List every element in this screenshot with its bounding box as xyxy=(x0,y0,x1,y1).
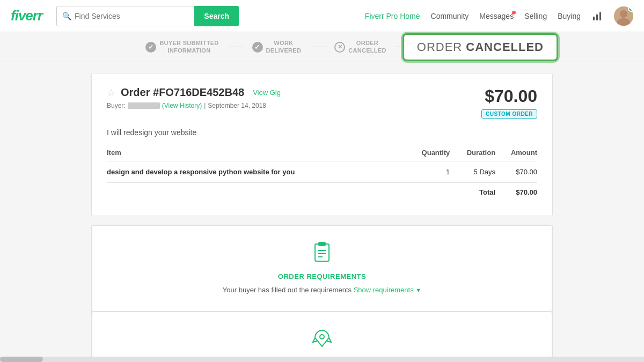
step-icon-work-delivered: ✓ xyxy=(252,42,263,53)
logo[interactable]: fiverr xyxy=(11,8,42,24)
svg-point-3 xyxy=(620,10,627,18)
col-amount: Amount xyxy=(495,144,537,161)
date-separator: | xyxy=(204,102,206,109)
svg-point-4 xyxy=(617,18,630,26)
sections-wrapper: ORDER REQUIREMENTS Your buyer has filled… xyxy=(91,225,553,362)
order-cancelled-badge-wrap: ORDER CANCELLED xyxy=(402,33,558,61)
requirements-title: ORDER REQUIREMENTS xyxy=(107,272,537,280)
svg-point-10 xyxy=(320,335,324,339)
order-cancelled-text: ORDER CANCELLED xyxy=(417,40,544,54)
step-label-buyer-submitted: BUYER SUBMITTED INFORMATION xyxy=(159,40,218,54)
svg-rect-1 xyxy=(596,14,598,20)
order-meta: Buyer: (View History) | September 14, 20… xyxy=(107,102,281,109)
custom-order-badge: CUSTOM ORDER xyxy=(481,109,537,119)
buyer-label: Buyer: xyxy=(107,102,126,109)
item-duration: 5 Days xyxy=(450,161,495,183)
col-quantity: Quantity xyxy=(405,144,450,161)
order-right: $70.00 CUSTOM ORDER xyxy=(481,86,537,119)
requirements-body: Your buyer has filled out the requiremen… xyxy=(107,285,537,296)
col-duration: Duration xyxy=(450,144,495,161)
total-empty-2 xyxy=(405,183,450,203)
step-icon-order-cancelled: ✕ xyxy=(334,42,345,53)
order-left: ☆ Order #FO716DE452B48 View Gig Buyer: (… xyxy=(107,86,281,109)
step-label-order-cancelled: ORDER CANCELLED xyxy=(348,40,386,54)
order-table: Item Quantity Duration Amount design and… xyxy=(107,144,537,203)
nav-selling[interactable]: Selling xyxy=(524,12,547,20)
nav-messages[interactable]: Messages xyxy=(479,12,514,20)
order-number: Order #FO716DE452B48 xyxy=(121,86,244,99)
scrollbar-thumb[interactable] xyxy=(0,357,43,362)
step-order-cancelled: ✕ ORDER CANCELLED xyxy=(326,40,395,54)
search-button[interactable]: Search xyxy=(194,6,239,26)
item-quantity: 1 xyxy=(405,161,450,183)
search-input-wrap: 🔍 xyxy=(56,6,194,26)
search-bar: 🔍 Search xyxy=(56,6,239,26)
progress-bar: ✓ BUYER SUBMITTED INFORMATION ✓ WORK DEL… xyxy=(0,32,644,62)
messages-notification-dot xyxy=(512,11,516,14)
order-header: ☆ Order #FO716DE452B48 View Gig Buyer: (… xyxy=(107,86,537,119)
order-price: $70.00 xyxy=(481,86,537,106)
buyer-name-blurred xyxy=(128,102,160,109)
nav-buying[interactable]: Buying xyxy=(558,12,581,20)
favorite-star-icon[interactable]: ☆ xyxy=(107,87,115,99)
svg-rect-0 xyxy=(593,17,595,20)
header: fiverr 🔍 Search Fiverr Pro Home Communit… xyxy=(0,0,644,32)
total-row: Total $70.00 xyxy=(107,183,537,203)
section-order-requirements: ORDER REQUIREMENTS Your buyer has filled… xyxy=(92,225,552,312)
show-requirements-link[interactable]: Show requirements ▼ xyxy=(354,286,422,294)
total-empty-1 xyxy=(107,183,405,203)
item-name: design and develop a responsive python w… xyxy=(107,161,405,183)
avatar[interactable] xyxy=(614,6,633,26)
analytics-icon[interactable] xyxy=(591,10,603,22)
step-icon-buyer-submitted: ✓ xyxy=(145,42,156,53)
avatar-badge xyxy=(628,6,633,12)
svg-rect-2 xyxy=(599,12,601,20)
search-input[interactable] xyxy=(75,12,188,20)
col-item: Item xyxy=(107,144,405,161)
chevron-down-icon: ▼ xyxy=(415,287,421,293)
scrollbar[interactable] xyxy=(0,357,644,362)
order-description: I will redesign your website xyxy=(107,128,537,137)
svg-rect-6 xyxy=(319,242,325,246)
order-date: September 14, 2018 xyxy=(208,102,266,109)
clipboard-icon xyxy=(107,241,537,268)
nav-pro-home[interactable]: Fiverr Pro Home xyxy=(365,12,420,20)
view-history-link[interactable]: (View History) xyxy=(162,102,202,109)
item-amount: $70.00 xyxy=(495,161,537,183)
order-title-row: ☆ Order #FO716DE452B48 View Gig xyxy=(107,86,281,99)
rocket-icon xyxy=(107,327,537,354)
search-icon: 🔍 xyxy=(62,12,71,20)
nav-community[interactable]: Community xyxy=(431,12,469,20)
order-card: ☆ Order #FO716DE452B48 View Gig Buyer: (… xyxy=(91,73,553,216)
step-buyer-submitted: ✓ BUYER SUBMITTED INFORMATION xyxy=(137,40,227,54)
view-gig-link[interactable]: View Gig xyxy=(253,88,281,97)
section-order-started: ORDER STARTED The order countdown is now… xyxy=(92,312,552,362)
svg-rect-5 xyxy=(315,244,329,261)
step-divider-2 xyxy=(310,47,326,47)
step-work-delivered: ✓ WORK DELIVERED xyxy=(244,40,310,54)
step-divider-1 xyxy=(228,47,244,47)
nav-messages-wrap: Messages xyxy=(479,12,514,20)
order-cancelled-badge: ORDER CANCELLED xyxy=(402,33,558,61)
total-label: Total xyxy=(450,183,495,203)
table-row: design and develop a responsive python w… xyxy=(107,161,537,183)
step-label-work-delivered: WORK DELIVERED xyxy=(266,40,302,54)
main-content: ☆ Order #FO716DE452B48 View Gig Buyer: (… xyxy=(80,73,564,362)
nav-links: Fiverr Pro Home Community Messages Selli… xyxy=(365,6,633,26)
total-value: $70.00 xyxy=(495,183,537,203)
